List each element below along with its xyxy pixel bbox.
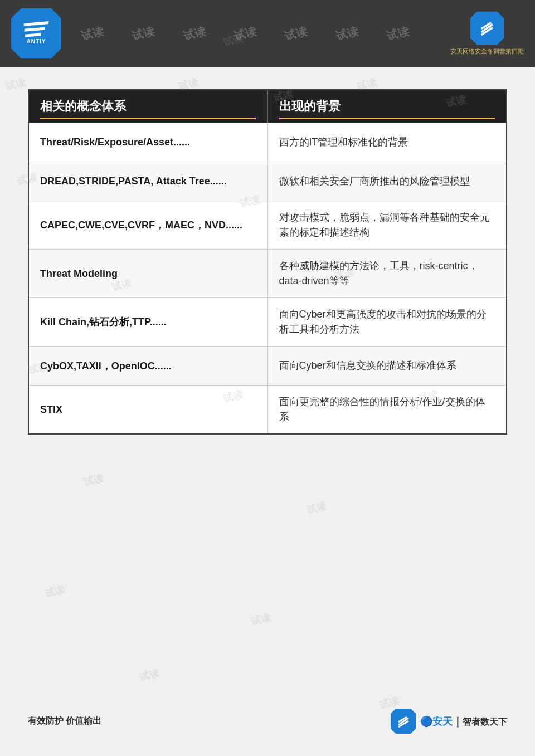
col2-header: 出现的背景 <box>268 90 506 123</box>
table-row: Threat/Risk/Exposure/Asset...... 西方的IT管理… <box>29 123 506 162</box>
concept-table: 相关的概念体系 出现的背景 Threat/Risk/Exposure/Asset… <box>28 89 507 435</box>
col2-header-text: 出现的背景 <box>279 99 341 113</box>
logo-lines <box>24 22 48 36</box>
header-wm-6: 试读 <box>334 23 360 43</box>
footer-logo-sub: 智者数天下 <box>463 717 507 726</box>
table-cell-left: Threat Modeling <box>29 250 268 297</box>
table-cell-left: CybOX,TAXII，OpenIOC...... <box>29 347 268 385</box>
table-cell-left: Threat/Risk/Exposure/Asset...... <box>29 123 268 162</box>
antiy-logo: ANTIY <box>11 8 61 58</box>
table-cell-right: 对攻击模式，脆弱点，漏洞等各种基础的安全元素的标定和描述结构 <box>268 201 507 249</box>
table-cell-right: 面向更完整的综合性的情报分析/作业/交换的体系 <box>268 386 507 433</box>
table-row: CybOX,TAXII，OpenIOC...... 面向Cyber和信息交换的描… <box>29 346 506 385</box>
col1-header-text: 相关的概念体系 <box>40 99 126 113</box>
table-cell-right: 面向Cyber和更高强度的攻击和对抗的场景的分析工具和分析方法 <box>268 298 507 346</box>
main-content: 相关的概念体系 出现的背景 Threat/Risk/Exposure/Asset… <box>0 67 535 457</box>
table-row: Threat Modeling 各种威胁建模的方法论，工具，risk-centr… <box>29 249 506 297</box>
footer-logo-icon <box>391 709 416 734</box>
header-underline-2 <box>279 118 495 119</box>
logo-antiy-text: ANTIY <box>27 38 46 45</box>
header-wm-3: 试读 <box>182 23 207 43</box>
table-cell-left: CAPEC,CWE,CVE,CVRF，MAEC，NVD...... <box>29 201 268 249</box>
table-row: DREAD,STRIDE,PASTA, Attack Tree...... 微软… <box>29 162 506 201</box>
table-row: CAPEC,CWE,CVE,CVRF，MAEC，NVD...... 对攻击模式，… <box>29 201 506 249</box>
table-cell-right: 面向Cyber和信息交换的描述和标准体系 <box>268 347 507 385</box>
table-body: Threat/Risk/Exposure/Asset...... 西方的IT管理… <box>29 123 506 433</box>
logo-line-1 <box>24 21 49 26</box>
table-cell-left: DREAD,STRIDE,PASTA, Attack Tree...... <box>29 162 268 201</box>
footer-logo-text: 🔵安天｜智者数天下 <box>420 715 507 728</box>
table-cell-left: Kill Chain,钻石分析,TTP...... <box>29 298 268 346</box>
header-bar: ANTIY 试读 试读 试读 试读 试读 试读 试读 安天网络安全冬训营第四期 <box>0 0 535 67</box>
header-brand: 安天网络安全冬训营第四期 <box>450 12 524 56</box>
table-row: Kill Chain,钻石分析,TTP...... 面向Cyber和更高强度的攻… <box>29 297 506 346</box>
footer-logo-svg <box>397 715 410 728</box>
header-wm-2: 试读 <box>130 23 156 43</box>
col1-header: 相关的概念体系 <box>29 90 268 123</box>
header-wm-7: 试读 <box>385 23 411 43</box>
logo-line-3 <box>25 33 41 37</box>
table-cell-right: 微软和相关安全厂商所推出的风险管理模型 <box>268 162 507 201</box>
table-header-row: 相关的概念体系 出现的背景 <box>29 90 506 123</box>
brand-text: 安天网络安全冬训营第四期 <box>450 47 524 56</box>
table-cell-right: 各种威胁建模的方法论，工具，risk-centric，data-driven等等 <box>268 250 507 297</box>
table-cell-right: 西方的IT管理和标准化的背景 <box>268 123 507 162</box>
footer-logo: 🔵安天｜智者数天下 <box>391 709 507 734</box>
header-watermarks: 试读 试读 试读 试读 试读 试读 试读 <box>67 0 424 67</box>
brand-logo-small <box>470 12 504 45</box>
brand-logo-svg <box>479 20 495 37</box>
header-wm-4: 试读 <box>232 23 258 43</box>
footer-slogan: 有效防护 价值输出 <box>28 715 101 727</box>
footer: 有效防护 价值输出 🔵安天｜智者数天下 <box>28 709 507 734</box>
table-cell-left: STIX <box>29 386 268 433</box>
footer-logo-main: 🔵安天 <box>420 716 453 727</box>
header-underline-1 <box>40 118 256 119</box>
header-wm-1: 试读 <box>80 23 105 43</box>
table-row: STIX 面向更完整的综合性的情报分析/作业/交换的体系 <box>29 385 506 433</box>
header-wm-5: 试读 <box>284 23 309 43</box>
logo-line-2 <box>25 27 45 32</box>
